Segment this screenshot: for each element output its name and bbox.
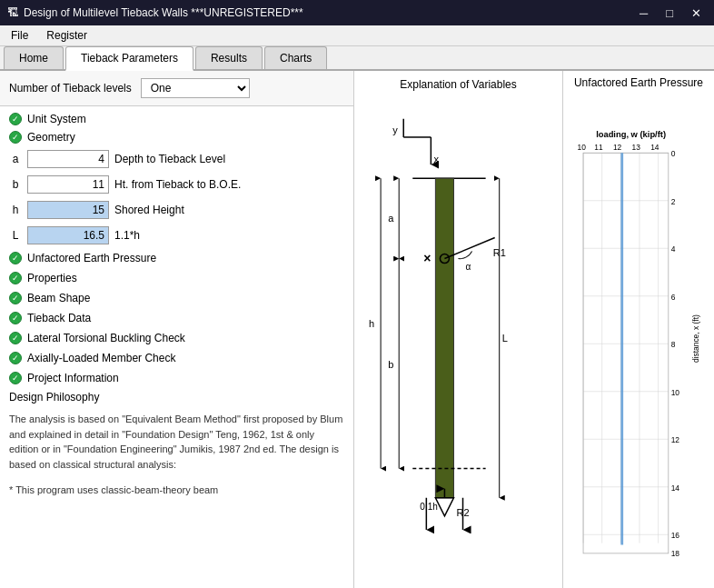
field-a-input[interactable] xyxy=(27,150,109,168)
app-icon: 🏗 xyxy=(7,6,18,19)
svg-text:y: y xyxy=(392,125,398,135)
svg-marker-22 xyxy=(435,498,453,516)
unit-system-label: Unit System xyxy=(27,113,86,125)
svg-text:0.1h: 0.1h xyxy=(420,502,438,512)
svg-text:2: 2 xyxy=(671,197,676,206)
svg-text:×: × xyxy=(423,251,431,265)
tab-home[interactable]: Home xyxy=(4,46,64,69)
project-info-indicator xyxy=(9,372,22,384)
svg-rect-6 xyxy=(435,178,453,498)
chart-title: Unfactored Earth Pressure xyxy=(570,76,707,89)
svg-text:loading, w (kip/ft): loading, w (kip/ft) xyxy=(596,130,666,139)
axially-loaded-label: Axially-Loaded Member Check xyxy=(27,352,175,364)
ltb-check-section[interactable]: Lateral Torsional Buckling Check xyxy=(0,328,353,348)
design-philosophy-text: The analysis is based on "Equivalent Bea… xyxy=(0,406,353,477)
svg-text:4: 4 xyxy=(671,244,676,254)
axially-loaded-indicator xyxy=(9,352,22,364)
tieback-data-indicator xyxy=(9,312,22,324)
field-b-label: b xyxy=(9,178,22,191)
close-button[interactable]: ✕ xyxy=(686,5,707,22)
field-h-desc: Shored Height xyxy=(114,204,344,216)
svg-text:0: 0 xyxy=(671,149,676,158)
earth-pressure-chart: loading, w (kip/ft) 10 11 12 13 14 dista… xyxy=(570,93,707,588)
field-h-input[interactable] xyxy=(27,201,109,219)
field-l-label: L xyxy=(9,229,22,242)
tieback-level-select[interactable]: One Two Three xyxy=(141,78,250,98)
axially-loaded-section[interactable]: Axially-Loaded Member Check xyxy=(0,348,353,368)
svg-text:10: 10 xyxy=(671,388,680,397)
title-bar: 🏗 Design of Multilevel Tieback Walls ***… xyxy=(0,0,714,25)
svg-text:14: 14 xyxy=(671,483,680,493)
main-content: Number of Tieback levels One Two Three U… xyxy=(0,71,714,588)
unit-system-indicator xyxy=(9,113,22,125)
unfactored-earth-pressure-indicator xyxy=(9,252,22,264)
field-h-row: h Shored Height xyxy=(0,197,353,223)
svg-text:distance, x (ft): distance, x (ft) xyxy=(691,314,700,363)
tab-tieback-parameters[interactable]: Tieback Parameters xyxy=(65,46,193,71)
tieback-data-label: Tieback Data xyxy=(27,312,91,324)
tieback-level-label: Number of Tieback levels xyxy=(9,82,132,95)
svg-text:12: 12 xyxy=(671,435,680,444)
properties-section[interactable]: Properties xyxy=(0,268,353,288)
properties-label: Properties xyxy=(27,272,77,284)
beam-shape-section[interactable]: Beam Shape xyxy=(0,288,353,308)
geometry-indicator xyxy=(9,131,22,144)
explanation-diagram: y x xyxy=(358,95,559,588)
left-scroll-area[interactable]: Unit System Geometry a Depth to Tieback … xyxy=(0,106,353,588)
menu-file[interactable]: File xyxy=(4,27,35,44)
svg-text:b: b xyxy=(388,359,393,370)
unfactored-earth-pressure-label: Unfactored Earth Pressure xyxy=(27,252,156,264)
svg-rect-58 xyxy=(583,153,669,553)
properties-indicator xyxy=(9,272,22,284)
svg-text:x: x xyxy=(433,154,439,164)
minimize-button[interactable]: ─ xyxy=(634,5,653,22)
field-h-label: h xyxy=(9,204,22,216)
svg-text:12: 12 xyxy=(613,143,622,152)
svg-text:10: 10 xyxy=(578,143,587,152)
svg-text:8: 8 xyxy=(671,340,676,349)
menu-register[interactable]: Register xyxy=(39,27,94,44)
field-a-desc: Depth to Tieback Level xyxy=(114,153,344,165)
diagram-panel: Explanation of Variables y x xyxy=(354,71,563,588)
project-info-label: Project Information xyxy=(27,372,119,384)
tab-results[interactable]: Results xyxy=(195,46,263,69)
svg-text:L: L xyxy=(502,333,508,344)
tieback-header: Number of Tieback levels One Two Three xyxy=(0,71,353,106)
svg-text:6: 6 xyxy=(671,293,676,302)
tab-bar: Home Tieback Parameters Results Charts xyxy=(0,46,714,71)
svg-text:14: 14 xyxy=(650,143,659,152)
field-l-row: L 1.1*h xyxy=(0,223,353,248)
svg-text:α: α xyxy=(466,262,471,272)
beam-shape-label: Beam Shape xyxy=(27,292,90,304)
field-a-label: a xyxy=(9,153,22,165)
field-b-row: b Ht. from Tieback to B.O.E. xyxy=(0,172,353,197)
design-philosophy-title: Design Philosophy xyxy=(0,388,353,406)
beam-shape-indicator xyxy=(9,292,22,304)
tab-charts[interactable]: Charts xyxy=(264,46,327,69)
ltb-check-indicator xyxy=(9,332,22,344)
svg-text:h: h xyxy=(369,318,374,329)
tieback-data-section[interactable]: Tieback Data xyxy=(0,308,353,328)
svg-text:a: a xyxy=(388,213,394,224)
unit-system-section[interactable]: Unit System xyxy=(0,110,353,128)
geometry-label: Geometry xyxy=(27,131,75,144)
svg-text:16: 16 xyxy=(671,531,680,540)
field-l-input[interactable] xyxy=(27,226,109,244)
design-footnote: * This program uses classic-beam-theory … xyxy=(0,477,353,503)
unfactored-earth-pressure-section[interactable]: Unfactored Earth Pressure xyxy=(0,248,353,268)
svg-rect-59 xyxy=(620,153,623,544)
maximize-button[interactable]: □ xyxy=(660,5,679,22)
ltb-check-label: Lateral Torsional Buckling Check xyxy=(27,332,185,344)
svg-text:13: 13 xyxy=(632,143,641,152)
svg-text:18: 18 xyxy=(671,549,680,558)
field-b-input[interactable] xyxy=(27,175,109,194)
geometry-section[interactable]: Geometry xyxy=(0,128,353,146)
project-info-section[interactable]: Project Information xyxy=(0,368,353,388)
app-title: Design of Multilevel Tieback Walls ***UN… xyxy=(24,6,303,19)
left-panel: Number of Tieback levels One Two Three U… xyxy=(0,71,354,588)
field-a-row: a Depth to Tieback Level xyxy=(0,146,353,172)
field-l-desc: 1.1*h xyxy=(114,229,344,242)
chart-panel: Unfactored Earth Pressure loading, w (ki… xyxy=(563,71,714,588)
svg-text:11: 11 xyxy=(594,143,603,152)
menu-bar: File Register xyxy=(0,25,714,46)
